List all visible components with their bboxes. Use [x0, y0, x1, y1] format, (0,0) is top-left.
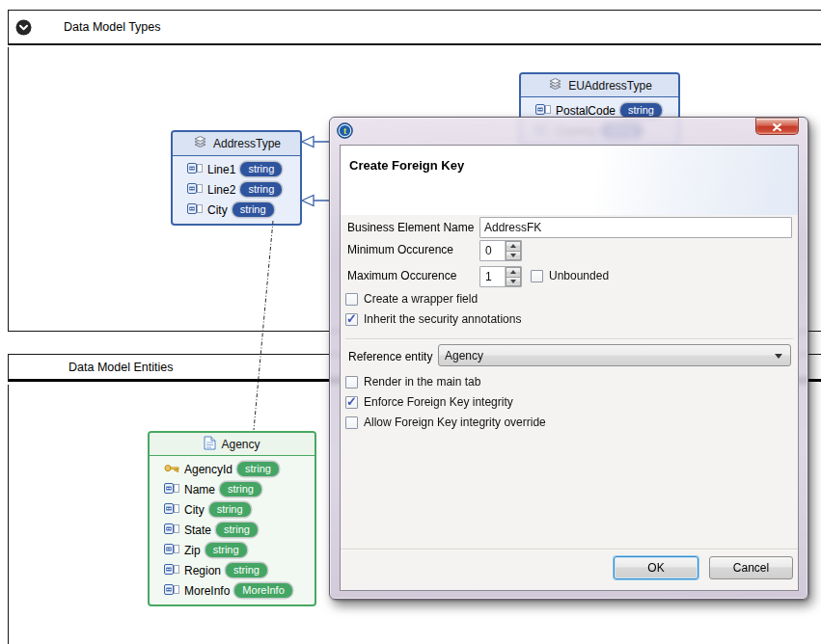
field-type-badge: string [205, 543, 247, 557]
unbounded-checkbox-row[interactable]: Unbounded [531, 269, 609, 282]
svg-text:t: t [343, 125, 347, 136]
entity-box-title: Agency [221, 438, 260, 451]
create-wrapper-label: Create a wrapper field [364, 292, 478, 306]
field-icon [187, 183, 203, 197]
chevron-down-circle-icon[interactable] [15, 19, 32, 36]
workspace: Data Model Types Data Model Entities EUA… [0, 0, 821, 644]
allow-fk-override-checkbox-row[interactable]: Allow Foreign Key integrity override [345, 416, 546, 429]
field-row[interactable]: Namestring [150, 479, 315, 499]
type-box-addresstype[interactable]: AddressType Line1stringLine2stringCityst… [171, 130, 302, 226]
field-icon [164, 564, 179, 577]
business-element-name-label: Business Element Name [347, 221, 474, 234]
field-type-badge: string [226, 563, 267, 577]
field-row[interactable]: Statestring [150, 520, 315, 540]
section-header-data-model-types: Data Model Types [8, 10, 821, 45]
business-element-name-value: AddressFK [484, 221, 541, 234]
field-type-badge: string [233, 202, 274, 217]
field-name: Line2 [207, 183, 235, 197]
dialog-panel: Create Foreign Key Business Element Name… [340, 145, 799, 591]
field-row[interactable]: Line1string [173, 159, 300, 179]
field-icon [164, 544, 179, 557]
ok-button[interactable]: OK [614, 556, 698, 579]
enforce-fk-checkbox-row[interactable]: Enforce Foreign Key integrity [345, 395, 513, 409]
stacked-layers-icon [547, 77, 563, 94]
render-main-tab-checkbox[interactable] [345, 376, 358, 389]
field-row[interactable]: Line2string [173, 179, 300, 200]
entity-box-fields: AgencyIdstringNamestringCitystringStates… [150, 456, 315, 604]
maximum-occurence-spinner[interactable]: 1 [479, 266, 522, 287]
type-box-header[interactable]: EUAddressType [521, 74, 678, 97]
field-type-badge: string [220, 482, 261, 496]
type-box-fields: Line1stringLine2stringCitystring [173, 156, 300, 224]
create-wrapper-checkbox-row[interactable]: Create a wrapper field [345, 292, 478, 306]
close-button[interactable] [755, 118, 799, 135]
reference-entity-dropdown[interactable]: Agency [438, 344, 791, 366]
create-wrapper-checkbox[interactable] [345, 293, 358, 306]
field-row[interactable]: Citystring [150, 499, 315, 520]
entity-box-header[interactable]: Agency [150, 433, 315, 456]
t-logo-icon: t [337, 122, 353, 139]
field-icon [187, 163, 203, 176]
allow-fk-override-checkbox[interactable] [345, 416, 358, 429]
field-name: City [207, 203, 228, 217]
field-type-badge: string [240, 162, 282, 176]
field-row[interactable]: Regionstring [150, 560, 315, 580]
dialog-header-area: Create Foreign Key [341, 146, 798, 215]
field-row[interactable]: AgencyIdstring [150, 459, 315, 479]
section-title: Data Model Types [64, 20, 161, 34]
minimum-occurence-value: 0 [480, 241, 505, 260]
field-row[interactable]: Zipstring [150, 540, 315, 560]
minimum-occurence-label: Minimum Occurence [347, 243, 453, 256]
field-icon [164, 523, 179, 537]
close-icon [773, 118, 781, 135]
unbounded-label: Unbounded [549, 269, 609, 282]
separator [345, 338, 793, 340]
spin-up-button[interactable] [506, 241, 521, 252]
field-row[interactable]: Citystring [173, 200, 300, 220]
field-name: Name [184, 483, 215, 496]
spin-down-button[interactable] [506, 252, 521, 261]
unbounded-checkbox[interactable] [531, 270, 543, 282]
minimum-occurence-spinner[interactable]: 0 [479, 240, 522, 261]
chevron-down-icon [775, 354, 782, 359]
enforce-fk-checkbox[interactable] [345, 396, 358, 409]
type-box-title: AddressType [213, 137, 281, 150]
field-icon [164, 584, 179, 598]
type-box-header[interactable]: AddressType [173, 132, 300, 156]
reference-entity-label: Reference entity [348, 350, 432, 363]
render-main-tab-label: Render in the main tab [364, 375, 480, 389]
document-page-icon [204, 436, 216, 453]
spin-down-button[interactable] [506, 278, 521, 287]
field-name: Region [184, 564, 221, 577]
inherit-security-checkbox[interactable] [345, 313, 358, 326]
field-name: Zip [184, 544, 201, 557]
field-type-badge: string [209, 502, 251, 517]
cancel-button[interactable]: Cancel [709, 556, 793, 579]
field-type-badge: string [620, 103, 662, 118]
field-row[interactable]: MoreInfoMoreInfo [150, 580, 315, 601]
field-type-badge: MoreInfo [234, 583, 291, 598]
section-title: Data Model Entities [68, 361, 173, 374]
field-type-badge: string [216, 523, 258, 537]
spin-up-button[interactable] [506, 267, 521, 278]
field-name: MoreInfo [184, 584, 230, 598]
dialog-title: Create Foreign Key [349, 158, 464, 173]
stacked-layers-icon [192, 135, 208, 152]
business-element-name-input[interactable]: AddressFK [479, 217, 792, 238]
field-type-badge: string [240, 182, 282, 197]
maximum-occurence-label: Maximum Occurence [347, 269, 456, 282]
create-foreign-key-dialog: t Create Foreign Key Business Element Na… [329, 117, 808, 600]
field-type-badge: string [237, 462, 279, 476]
field-name: Line1 [207, 163, 235, 176]
field-name: PostalCode [556, 104, 616, 118]
dialog-titlebar[interactable]: t [330, 118, 807, 145]
field-icon [164, 503, 179, 517]
inherit-security-checkbox-row[interactable]: Inherit the security annotations [345, 312, 521, 326]
maximum-occurence-value: 1 [480, 267, 505, 286]
entity-box-agency[interactable]: Agency AgencyIdstringNamestringCitystrin… [148, 431, 316, 606]
type-box-title: EUAddressType [568, 79, 652, 93]
enforce-fk-label: Enforce Foreign Key integrity [364, 395, 513, 409]
separator [341, 549, 798, 550]
render-main-tab-checkbox-row[interactable]: Render in the main tab [345, 375, 480, 389]
field-name: State [184, 523, 211, 537]
